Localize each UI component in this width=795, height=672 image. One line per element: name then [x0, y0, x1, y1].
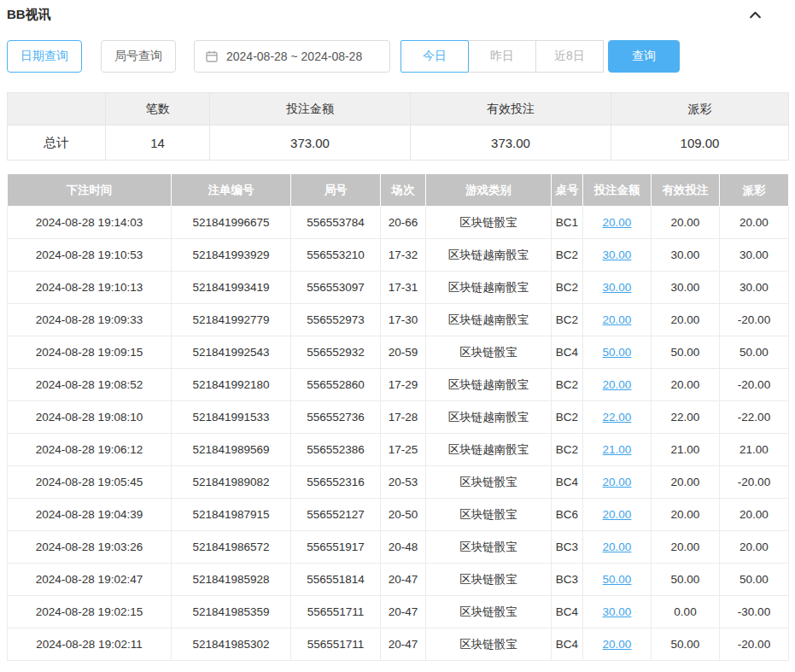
bet-amount-cell: 20.00: [583, 499, 652, 531]
payout-cell: -20.00: [720, 304, 789, 336]
header-round: 局号: [291, 174, 381, 207]
records-table: 下注时间 注单编号 局号 场次 游戏类别 桌号 投注金额 有效投注 派彩 202…: [7, 173, 789, 661]
table-no-cell: BC2: [552, 369, 583, 401]
bet-amount-link[interactable]: 20.00: [603, 313, 632, 326]
summary-header-payout: 派彩: [611, 93, 789, 126]
bet-time-cell: 2024-08-28 19:06:12: [8, 434, 172, 466]
bet-time-cell: 2024-08-28 19:03:26: [8, 531, 172, 564]
bet-amount-cell: 22.00: [583, 401, 652, 434]
date-range-input[interactable]: 2024-08-28 ~ 2024-08-28: [194, 40, 390, 73]
quick-filter-last8days[interactable]: 近8日: [535, 40, 604, 73]
bet-time-cell: 2024-08-28 19:02:11: [8, 628, 172, 661]
round-cell: 556552973: [291, 304, 381, 336]
session-cell: 17-32: [381, 239, 426, 272]
round-cell: 556553784: [291, 207, 381, 239]
bet-amount-cell: 30.00: [583, 239, 652, 272]
bet-amount-link[interactable]: 20.00: [603, 378, 632, 391]
bet-amount-cell: 20.00: [583, 369, 652, 401]
payout-cell: -22.00: [720, 401, 789, 434]
quick-filter-today[interactable]: 今日: [400, 40, 469, 73]
date-query-button[interactable]: 日期查询: [7, 40, 82, 73]
valid-bet-cell: 50.00: [652, 336, 720, 369]
session-cell: 20-53: [381, 466, 426, 499]
quick-filter-group: 今日 昨日 近8日: [400, 40, 604, 73]
bet-time-cell: 2024-08-28 19:05:45: [8, 466, 172, 499]
table-no-cell: BC3: [552, 564, 583, 596]
bet-amount-cell: 20.00: [583, 628, 652, 661]
bet-id-cell: 521841989082: [172, 466, 291, 499]
bet-amount-cell: 50.00: [583, 336, 652, 369]
summary-table: 笔数 投注金额 有效投注 派彩 总计 14 373.00 373.00 109.…: [7, 92, 789, 161]
summary-count-value: 14: [106, 126, 210, 161]
session-cell: 17-25: [381, 434, 426, 466]
session-cell: 20-47: [381, 596, 426, 628]
bet-amount-link[interactable]: 30.00: [603, 248, 632, 261]
game-type-cell: 区块链骰宝: [426, 499, 552, 531]
table-row: 2024-08-28 19:05:45521841989082556552316…: [8, 466, 789, 499]
session-cell: 20-50: [381, 499, 426, 531]
summary-header-row: 笔数 投注金额 有效投注 派彩: [8, 93, 789, 126]
bet-time-cell: 2024-08-28 19:14:03: [8, 207, 172, 239]
bet-amount-link[interactable]: 50.00: [603, 346, 632, 359]
session-cell: 17-28: [381, 401, 426, 434]
valid-bet-cell: 50.00: [652, 564, 720, 596]
round-cell: 556551917: [291, 531, 381, 564]
bet-id-cell: 521841985359: [172, 596, 291, 628]
table-no-cell: BC6: [552, 499, 583, 531]
bet-id-cell: 521841993419: [172, 272, 291, 304]
game-type-cell: 区块链骰宝: [426, 531, 552, 564]
summary-header-valid-bet: 有效投注: [411, 93, 611, 126]
valid-bet-cell: 20.00: [652, 531, 720, 564]
bet-amount-link[interactable]: 21.00: [603, 443, 632, 456]
calendar-icon: [205, 50, 219, 63]
table-row: 2024-08-28 19:06:12521841989569556552386…: [8, 434, 789, 466]
panel-title: BB视讯: [7, 7, 51, 23]
bet-amount-link[interactable]: 20.00: [603, 508, 632, 521]
bet-amount-link[interactable]: 50.00: [603, 573, 632, 586]
bet-amount-cell: 20.00: [583, 531, 652, 564]
game-type-cell: 区块链骰宝: [426, 596, 552, 628]
bet-time-cell: 2024-08-28 19:08:52: [8, 369, 172, 401]
session-cell: 20-66: [381, 207, 426, 239]
bet-amount-link[interactable]: 20.00: [603, 638, 632, 651]
payout-cell: 20.00: [720, 499, 789, 531]
summary-header-count: 笔数: [106, 93, 210, 126]
header-bet-time: 下注时间: [8, 174, 172, 207]
bet-time-cell: 2024-08-28 19:02:15: [8, 596, 172, 628]
bet-amount-link[interactable]: 20.00: [603, 541, 632, 553]
round-cell: 556553097: [291, 272, 381, 304]
round-cell: 556553210: [291, 239, 381, 272]
valid-bet-cell: 21.00: [652, 434, 720, 466]
summary-header-blank: [8, 93, 106, 126]
bet-id-cell: 521841993929: [172, 239, 291, 272]
bet-amount-link[interactable]: 20.00: [603, 216, 632, 229]
bet-amount-link[interactable]: 30.00: [603, 281, 632, 294]
valid-bet-cell: 30.00: [652, 239, 720, 272]
game-type-cell: 区块链骰宝: [426, 466, 552, 499]
bet-amount-cell: 20.00: [583, 466, 652, 499]
valid-bet-cell: 50.00: [652, 628, 720, 661]
table-no-cell: BC4: [552, 336, 583, 369]
bet-amount-link[interactable]: 30.00: [603, 605, 632, 618]
valid-bet-cell: 20.00: [652, 499, 720, 531]
round-cell: 556551814: [291, 564, 381, 596]
session-cell: 17-29: [381, 369, 426, 401]
bet-id-cell: 521841985928: [172, 564, 291, 596]
date-range-value: 2024-08-28 ~ 2024-08-28: [226, 50, 362, 63]
round-cell: 556551711: [291, 596, 381, 628]
bet-amount-link[interactable]: 20.00: [603, 476, 632, 488]
payout-cell: 20.00: [720, 531, 789, 564]
table-row: 2024-08-28 19:03:26521841986572556551917…: [8, 531, 789, 564]
search-button[interactable]: 查询: [608, 40, 680, 73]
quick-filter-yesterday[interactable]: 昨日: [468, 40, 536, 73]
bet-amount-link[interactable]: 22.00: [603, 411, 632, 424]
bet-id-cell: 521841985302: [172, 628, 291, 661]
round-query-button[interactable]: 局号查询: [101, 40, 176, 73]
summary-bet-amount-value: 373.00: [210, 126, 411, 161]
table-row: 2024-08-28 19:09:33521841992779556552973…: [8, 304, 789, 336]
table-no-cell: BC2: [552, 401, 583, 434]
summary-row-label: 总计: [8, 126, 106, 161]
collapse-button[interactable]: [748, 8, 763, 22]
table-row: 2024-08-28 19:02:11521841985302556551711…: [8, 628, 789, 661]
table-row: 2024-08-28 19:10:53521841993929556553210…: [8, 239, 789, 272]
